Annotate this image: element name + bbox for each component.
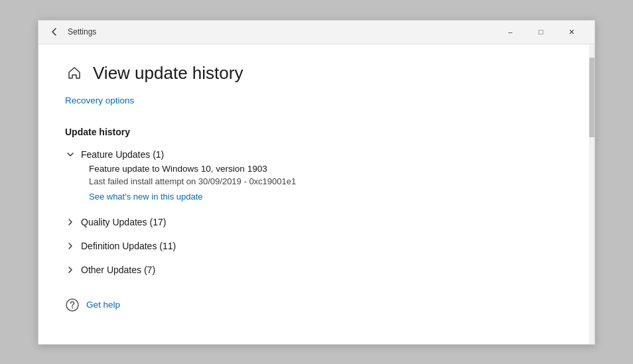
- window-controls: – □ ✕: [495, 20, 587, 44]
- other-updates-group: Other Updates (7): [65, 261, 563, 279]
- chevron-down-icon: [65, 149, 76, 160]
- scrollbar-thumb[interactable]: [589, 58, 595, 137]
- get-help-link[interactable]: Get help: [86, 300, 120, 310]
- update-history-section: Update history Feature Updates (1) Featu…: [65, 127, 563, 279]
- footer: Get help: [65, 290, 563, 320]
- window-title: Settings: [68, 27, 495, 36]
- home-icon: [65, 64, 84, 82]
- recovery-options-link[interactable]: Recovery options: [65, 95, 134, 105]
- minimize-button[interactable]: –: [495, 20, 526, 44]
- chevron-right-icon: [65, 217, 76, 227]
- settings-window: Settings – □ ✕ View update history Recov…: [38, 20, 595, 345]
- feature-update-status: Last failed install attempt on 30/09/201…: [89, 176, 563, 186]
- close-button[interactable]: ✕: [556, 20, 587, 44]
- definition-updates-group: Definition Updates (11): [65, 237, 563, 255]
- help-icon: [65, 298, 80, 312]
- definition-updates-label: Definition Updates (11): [81, 241, 176, 251]
- back-button[interactable]: [46, 24, 62, 40]
- chevron-right-icon: [65, 241, 76, 251]
- title-bar: Settings – □ ✕: [38, 21, 595, 44]
- quality-updates-toggle[interactable]: Quality Updates (17): [65, 213, 563, 231]
- scrollbar-track[interactable]: [589, 44, 595, 344]
- quality-updates-group: Quality Updates (17): [65, 213, 563, 231]
- page-header: View update history: [65, 63, 563, 84]
- other-updates-toggle[interactable]: Other Updates (7): [65, 261, 563, 279]
- svg-point-1: [72, 307, 73, 308]
- feature-updates-group: Feature Updates (1) Feature update to Wi…: [65, 145, 563, 208]
- feature-updates-content: Feature update to Windows 10, version 19…: [65, 164, 563, 208]
- page-title: View update history: [93, 63, 243, 84]
- maximize-button[interactable]: □: [526, 20, 556, 44]
- content-area: View update history Recovery options Upd…: [38, 44, 595, 344]
- other-updates-label: Other Updates (7): [81, 265, 155, 275]
- feature-updates-label: Feature Updates (1): [81, 149, 164, 160]
- whats-new-link[interactable]: See what's new in this update: [89, 192, 203, 202]
- feature-update-title: Feature update to Windows 10, version 19…: [89, 164, 563, 174]
- definition-updates-toggle[interactable]: Definition Updates (11): [65, 237, 563, 255]
- chevron-right-icon: [65, 265, 76, 275]
- main-content: View update history Recovery options Upd…: [38, 44, 589, 344]
- feature-updates-toggle[interactable]: Feature Updates (1): [65, 145, 563, 164]
- section-title: Update history: [65, 127, 563, 137]
- quality-updates-label: Quality Updates (17): [81, 217, 166, 227]
